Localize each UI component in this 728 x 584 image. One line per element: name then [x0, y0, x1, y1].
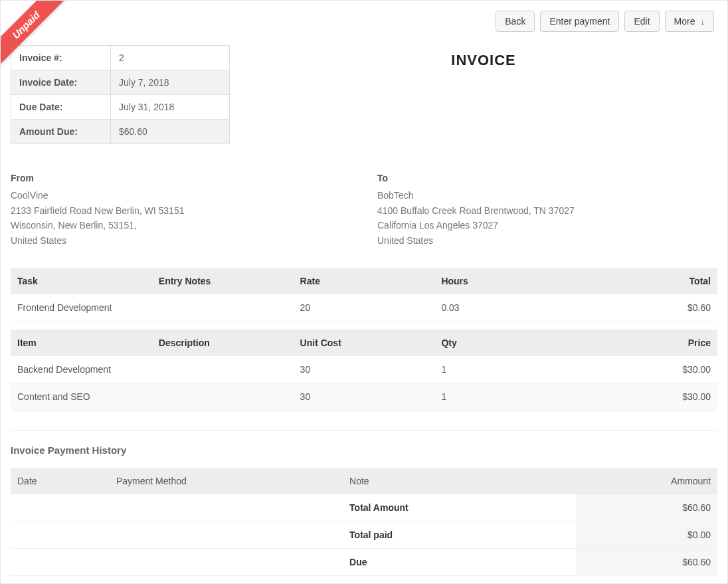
from-name: CoolVine — [11, 188, 351, 203]
items-table: Item Description Unit Cost Qty Price Bac… — [11, 330, 717, 411]
empty-cell — [11, 521, 110, 548]
meta-label: Amount Due: — [11, 120, 111, 144]
history-header-date: Date — [11, 468, 110, 494]
items-header-desc: Description — [152, 330, 294, 356]
price-cell: $30.00 — [576, 356, 717, 383]
to-name: BobTech — [377, 188, 717, 203]
meta-row-invoice-no: Invoice #: 2 — [11, 46, 230, 70]
summary-label: Total paid — [343, 521, 576, 548]
meta-label: Invoice Date: — [11, 70, 111, 95]
tasks-header-task: Task — [11, 268, 152, 294]
empty-cell — [11, 548, 110, 575]
unit-cost-cell: 30 — [294, 383, 435, 410]
toolbar: Back Enter payment Edit More ↓ — [11, 11, 717, 32]
task-cell: Frontend Development — [11, 294, 152, 322]
meta-row-due-date: Due Date: July 31, 2018 — [11, 95, 230, 120]
tasks-table: Task Entry Notes Rate Hours Total Fronte… — [11, 268, 717, 322]
item-cell: Backend Development — [11, 356, 152, 383]
more-button-label: More — [674, 16, 695, 27]
tasks-header-hours: Hours — [434, 268, 576, 294]
history-header-note: Note — [343, 468, 576, 494]
divider — [11, 431, 717, 431]
summary-row-total-paid: Total paid $0.00 — [11, 521, 717, 548]
back-button[interactable]: Back — [496, 11, 535, 32]
price-cell: $30.00 — [576, 383, 717, 410]
to-heading: To — [377, 171, 717, 185]
more-button[interactable]: More ↓ — [665, 11, 714, 32]
summary-row-total-amount: Total Amount $60.60 — [11, 494, 717, 522]
history-title: Invoice Payment History — [11, 444, 717, 456]
from-line2: Wisconsin, New Berlin, 53151, — [11, 218, 351, 233]
meta-value: July 7, 2018 — [111, 70, 230, 95]
items-header-price: Price — [576, 330, 717, 356]
items-header-unit-cost: Unit Cost — [294, 330, 435, 356]
from-heading: From — [11, 171, 351, 185]
from-address: From CoolVine 2133 Fairfield Road New Be… — [11, 171, 351, 248]
meta-label: Due Date: — [11, 95, 111, 120]
edit-button[interactable]: Edit — [624, 11, 659, 32]
summary-value: $60.60 — [576, 494, 717, 522]
summary-value: $60.60 — [576, 548, 717, 575]
from-line1: 2133 Fairfield Road New Berlin, WI 53151 — [11, 203, 351, 218]
to-line1: 4100 Buffalo Creek Road Brentwood, TN 37… — [377, 203, 717, 218]
history-table: Date Payment Method Note Ammount Total A… — [11, 468, 717, 576]
items-header-qty: Qty — [434, 330, 576, 356]
invoice-title: INVOICE — [250, 45, 717, 69]
table-row: Content and SEO 30 1 $30.00 — [11, 383, 717, 410]
hours-cell: 0.03 — [434, 294, 576, 322]
history-header-method: Payment Method — [110, 468, 343, 494]
empty-cell — [11, 494, 110, 522]
desc-cell — [152, 383, 294, 410]
meta-value: $60.60 — [111, 120, 230, 144]
notes-cell — [152, 294, 294, 322]
qty-cell: 1 — [434, 356, 576, 383]
to-line2: California Los Angeles 37027 — [377, 218, 717, 233]
empty-cell — [110, 548, 343, 575]
empty-cell — [110, 494, 343, 522]
to-address: To BobTech 4100 Buffalo Creek Road Brent… — [377, 171, 717, 248]
from-line3: United States — [11, 233, 351, 248]
history-header-amount: Ammount — [576, 468, 717, 494]
to-line3: United States — [377, 233, 717, 248]
rate-cell: 20 — [294, 294, 435, 322]
summary-row-due: Due $60.60 — [11, 548, 717, 575]
meta-value: July 31, 2018 — [111, 95, 230, 120]
addresses: From CoolVine 2133 Fairfield Road New Be… — [11, 171, 717, 248]
total-cell: $0.60 — [576, 294, 717, 322]
qty-cell: 1 — [434, 383, 576, 410]
chevron-down-icon: ↓ — [701, 17, 705, 27]
summary-label: Total Amount — [343, 494, 576, 522]
meta-label: Invoice #: — [11, 46, 111, 70]
top-section: Invoice #: 2 Invoice Date: July 7, 2018 … — [11, 45, 717, 144]
desc-cell — [152, 356, 294, 383]
meta-row-amount-due: Amount Due: $60.60 — [11, 120, 230, 144]
table-row: Backend Development 30 1 $30.00 — [11, 356, 717, 383]
tasks-header-notes: Entry Notes — [152, 268, 294, 294]
item-cell: Content and SEO — [11, 383, 152, 410]
empty-cell — [110, 521, 343, 548]
items-header-item: Item — [11, 330, 152, 356]
unit-cost-cell: 30 — [294, 356, 435, 383]
summary-label: Due — [343, 548, 576, 575]
tasks-header-total: Total — [576, 268, 717, 294]
enter-payment-button[interactable]: Enter payment — [540, 11, 619, 32]
meta-row-invoice-date: Invoice Date: July 7, 2018 — [11, 70, 230, 95]
table-row: Frontend Development 20 0.03 $0.60 — [11, 294, 717, 322]
invoice-meta-table: Invoice #: 2 Invoice Date: July 7, 2018 … — [11, 45, 230, 144]
meta-value: 2 — [111, 46, 230, 70]
invoice-container: Unpaid Back Enter payment Edit More ↓ In… — [0, 0, 728, 584]
summary-value: $0.00 — [576, 521, 717, 548]
tasks-header-rate: Rate — [294, 268, 435, 294]
